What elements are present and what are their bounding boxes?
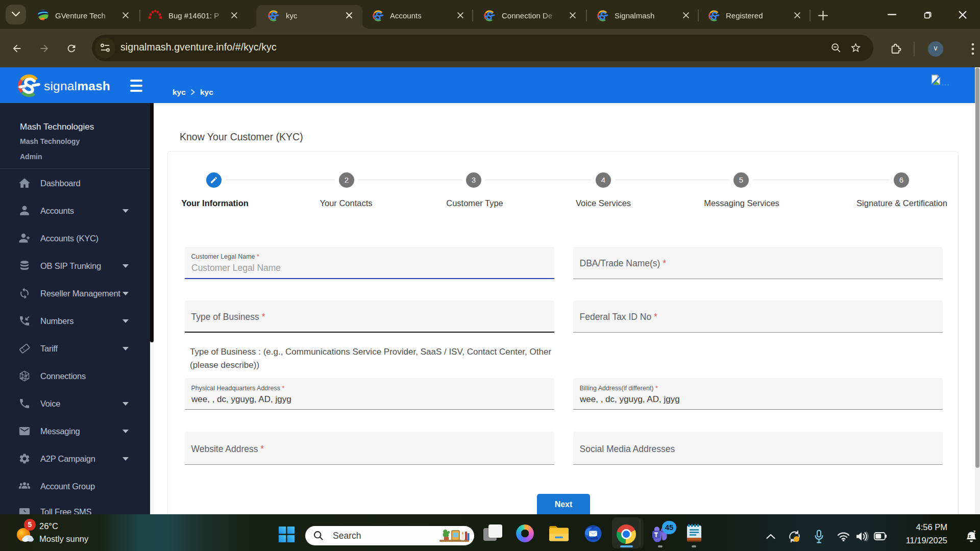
svg-text:z: z	[968, 533, 971, 539]
svg-text:z: z	[973, 530, 976, 535]
